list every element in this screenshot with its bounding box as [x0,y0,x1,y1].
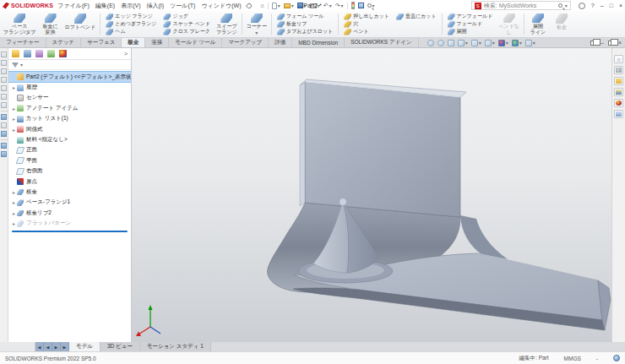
expand-arrow-icon[interactable]: ▸ [11,189,17,195]
view-settings-button[interactable]: ▾ [525,40,535,46]
tree-item-history[interactable]: ▸履歴 [8,82,131,92]
fold-button[interactable]: フォールド [445,20,496,28]
tab-markup[interactable]: マークアップ [222,38,269,47]
featuremanager-tab-icon[interactable] [12,50,19,57]
hem-button[interactable]: ヘム [103,28,159,35]
left-tool-icon-7[interactable] [1,102,7,108]
open-button[interactable]: ▾ [284,3,294,8]
left-tool-icon-3[interactable] [1,68,7,74]
tab-mbd-dimension[interactable]: MBD Dimension [292,38,345,47]
corner-button[interactable]: コーナー▾ [245,12,269,36]
view-orientation-button[interactable]: ▾ [471,40,481,46]
view-palette-icon[interactable] [614,110,623,118]
dimxpertmanager-tab-icon[interactable] [47,50,55,57]
tab-solidworks-addins[interactable]: SOLIDWORKS アドイン [345,38,418,47]
flatten-button[interactable]: 展開 [445,28,496,35]
hole-button[interactable]: 穴 [341,20,392,28]
tab-sheet-metal[interactable]: 板金 [122,38,145,47]
redo-button[interactable]: ↷▾ [335,3,344,8]
tree-item-front-plane[interactable]: 正面 [8,145,131,155]
left-tool-icon-6[interactable] [1,94,7,100]
left-tool-icon-12[interactable] [1,151,7,157]
previous-tab-button[interactable]: ◀ [44,342,52,351]
hide-show-items-button[interactable]: ▾ [498,40,508,46]
tab-model[interactable]: モデル [69,342,101,351]
undo-button[interactable]: ↶▾ [323,3,332,8]
sheet-metal-gusset-button[interactable]: 板金リブ [274,20,335,28]
rollback-bar[interactable] [12,231,128,232]
filter-funnel-icon[interactable] [12,62,19,68]
apply-scene-button[interactable]: ▾ [512,40,522,46]
next-tab-button[interactable]: ▶ [52,342,61,351]
zoom-area-button[interactable] [438,40,444,46]
flatten-lines-button[interactable]: 展開 ライン [527,12,549,36]
rebuild-button[interactable] [351,2,355,9]
tab-surfaces[interactable]: サーフェス [81,38,122,47]
expand-arrow-icon[interactable]: ▸ [11,199,17,205]
sketched-bend-button[interactable]: スケッチ ベンド [160,20,213,28]
left-tool-icon-4[interactable] [1,77,7,83]
search-icon[interactable] [558,3,562,8]
left-tool-icon-8[interactable] [1,114,7,120]
login-user-icon[interactable] [579,3,585,9]
tree-item-cut-list[interactable]: ▸カット リスト(1) [8,114,131,124]
file-explorer-icon[interactable] [614,88,623,96]
help-button[interactable]: ? [591,3,595,8]
tree-item-sheet-metal-folder[interactable]: ▸板金 [8,187,131,197]
swept-flange-button[interactable]: スイープ フランジ [215,12,239,36]
left-tool-icon-10[interactable] [1,131,7,137]
panel-expand-chevron-icon[interactable]: > [124,51,128,57]
solidworks-forum-icon[interactable] [614,66,623,74]
tree-item-material[interactable]: 材料 <指定なし> [8,134,131,144]
tab-3d-views[interactable]: 3D ビュー [101,342,140,351]
search-caret-icon[interactable]: ▾ [565,3,568,8]
solidworks-resources-home-icon[interactable]: ⌂ [614,55,623,63]
section-view-button[interactable]: ▾ [458,40,468,46]
base-flange-button[interactable]: ベース フランジ/タブ [2,12,38,36]
menu-edit[interactable]: 編集(E) [95,2,115,10]
search-box[interactable]: S 検索: MySolidWorks ▾ [471,1,571,10]
expand-arrow-icon[interactable]: ▸ [11,210,17,216]
edge-flange-button[interactable]: エッジ フランジ [103,13,159,20]
last-tab-button[interactable]: ▶ [61,342,69,351]
doc-close-button[interactable]: × [618,40,622,46]
expand-arrow-icon[interactable]: ▸ [11,127,17,133]
minimize-button[interactable]: – [601,3,604,8]
new-document-button[interactable]: ▾ [272,3,280,9]
vent-button[interactable]: ベント [341,28,392,35]
tree-item-base-flange[interactable]: ▸ベース-フランジ1 [8,198,131,208]
expand-arrow-icon[interactable]: ▸ [11,84,17,90]
tree-item-part-root[interactable]: Part2 (デフォルト) <<デフォルト>_表示状態 1> [8,72,131,82]
forming-tool-button[interactable]: フォーム ツール [274,13,335,20]
tree-item-right-plane[interactable]: 右側面 [8,166,131,177]
lofted-bend-button[interactable]: ロフトベンド [63,12,98,36]
doc-maximize-icon[interactable] [608,41,614,46]
doc-restore-icon[interactable] [590,41,596,46]
left-tool-icon-5[interactable] [1,85,7,91]
expand-arrow-icon[interactable]: ▸ [11,116,17,122]
tree-item-annotations[interactable]: ▸アノテート アイテム [8,103,131,113]
left-tool-icon-2[interactable] [1,60,7,66]
expand-arrow-icon[interactable]: ▸ [11,106,17,111]
tab-and-slot-button[interactable]: タブおよびスロット [274,28,335,35]
status-globe-icon[interactable] [613,355,620,361]
close-button[interactable]: × [619,3,622,8]
miter-flange-button[interactable]: とめつぎフランジ [103,20,159,28]
tree-item-flat-pattern[interactable]: ▸フラットパターン [8,218,131,228]
menu-tools[interactable]: ツール(T) [170,2,195,10]
unfold-button[interactable]: アンフォールド [445,13,496,20]
tree-item-origin[interactable]: 原点 [8,177,131,187]
appearances-scenes-icon[interactable] [614,99,623,107]
filter-caret-icon[interactable]: ▾ [20,62,23,68]
corner-caret-icon[interactable]: ▾ [255,30,258,35]
doc-minimize-button[interactable]: – [601,40,604,46]
cross-break-button[interactable]: クロス ブレーク [160,28,213,35]
extruded-cut-button[interactable]: 押し出しカット [341,13,392,20]
design-library-icon[interactable] [614,77,623,85]
configurationmanager-tab-icon[interactable] [35,50,43,57]
tree-item-top-plane[interactable]: 平面 [8,155,131,166]
tab-mold-tools[interactable]: モールド ツール [169,38,222,47]
tab-sketch[interactable]: スケッチ [46,38,82,47]
menu-window[interactable]: ウィンドウ(W) [201,2,241,10]
normal-cut-button[interactable]: 垂直にカット [394,13,439,20]
